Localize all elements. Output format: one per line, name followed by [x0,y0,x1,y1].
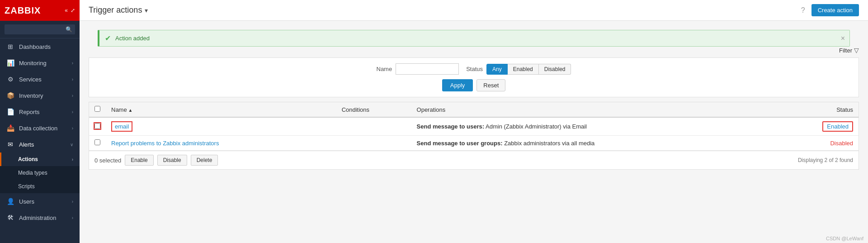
row2-conditions-cell [336,136,411,151]
search-wrap: 🔍 [5,24,75,34]
row1-status-badge[interactable]: Enabled [822,121,853,132]
delete-button[interactable]: Delete [191,155,218,166]
sidebar: ZABBIX « ⤢ 🔍 ⊞ Dashboards 📊 Monitoring ›… [0,0,80,243]
operations-col-label: Operations [417,106,446,113]
row1-operations-cell: Send message to users: Admin (Zabbix Adm… [411,117,778,136]
status-enabled-button[interactable]: Enabled [508,64,539,75]
actions-table-container: Name Conditions Operations Status [89,102,859,170]
sidebar-item-actions[interactable]: Actions › [0,152,80,166]
sidebar-item-monitoring[interactable]: 📊 Monitoring › [0,55,80,71]
help-icon[interactable]: ? [801,6,805,14]
inventory-icon: 📦 [6,92,14,99]
services-icon: ⚙ [6,76,14,83]
sidebar-item-administration[interactable]: 🛠 Administration › [0,210,80,226]
table-header-row: Name Conditions Operations Status [89,102,859,117]
search-icon: 🔍 [66,26,72,33]
row2-name-link[interactable]: Report problems to Zabbix administrators [111,140,219,147]
conditions-col-label: Conditions [342,106,369,113]
filter-actions: Apply Reset [98,79,849,91]
sidebar-label-alerts: Alerts [19,141,34,148]
sidebar-item-users[interactable]: 👤 Users › [0,193,80,210]
count-text: Displaying 2 of 2 found [798,157,853,163]
row1-checkbox-cell [89,117,106,136]
status-disabled-button[interactable]: Disabled [539,64,571,75]
sidebar-item-media-types[interactable]: Media types [0,166,80,180]
sidebar-item-scripts[interactable]: Scripts [0,180,80,193]
media-types-label: Media types [18,170,47,176]
users-arrow: › [72,199,73,204]
sidebar-label-data-collection: Data collection [19,125,57,132]
expand-icon[interactable]: ⤢ [71,7,75,14]
alert-close-button[interactable]: × [841,34,845,43]
alerts-icon: ✉ [6,141,14,148]
sidebar-label-services: Services [19,76,42,83]
status-filter-group: Status Any Enabled Disabled [466,64,571,75]
name-filter-input[interactable] [396,63,459,75]
sidebar-nav: ⊞ Dashboards 📊 Monitoring › ⚙ Services ›… [0,38,80,243]
header-checkbox-col [89,102,106,117]
table-row: Report problems to Zabbix administrators… [89,136,859,151]
sidebar-label-inventory: Inventory [19,92,43,99]
footer-left: 0 selected Enable Disable Delete [94,155,218,166]
title-dropdown-arrow[interactable]: ▾ [145,7,148,14]
header-operations[interactable]: Operations [411,102,778,117]
watermark: CSDN @LeWanf [826,236,863,241]
sidebar-item-inventory[interactable]: 📦 Inventory › [0,87,80,104]
header-conditions[interactable]: Conditions [336,102,411,117]
actions-label: Actions [18,156,38,162]
collapse-icon[interactable]: « [65,7,68,14]
footer-right: Displaying 2 of 2 found [798,157,853,163]
filter-header: Filter ▽ [89,47,859,54]
name-filter-label: Name [377,66,392,72]
administration-icon: 🛠 [6,214,14,221]
sidebar-item-data-collection[interactable]: 📥 Data collection › [0,120,80,136]
scripts-label: Scripts [18,183,35,190]
filter-row-1: Name Status Any Enabled Disabled [98,63,849,75]
row1-operations-text: Send message to users: Admin (Zabbix Adm… [417,123,587,130]
disable-button[interactable]: Disable [157,155,187,166]
sidebar-item-dashboards[interactable]: ⊞ Dashboards [0,38,80,55]
sidebar-item-reports[interactable]: 📄 Reports › [0,104,80,120]
row1-name-link[interactable]: email [111,121,132,132]
data-collection-arrow: › [72,126,73,131]
select-all-checkbox[interactable] [94,106,100,112]
sidebar-item-services[interactable]: ⚙ Services › [0,71,80,87]
reset-button[interactable]: Reset [476,79,505,91]
row2-checkbox[interactable] [94,139,100,145]
header-name[interactable]: Name [106,102,336,117]
row2-status-cell: Disabled [778,136,859,151]
row2-status-badge[interactable]: Disabled [830,140,853,147]
enable-button[interactable]: Enable [125,155,153,166]
header-status[interactable]: Status [778,102,859,117]
row2-ops-value: Zabbix administrators via all media [504,140,594,147]
sidebar-label-users: Users [19,198,34,205]
apply-button[interactable]: Apply [442,79,473,91]
status-filter-label: Status [466,66,483,72]
sidebar-item-alerts[interactable]: ✉ Alerts ∨ [0,136,80,152]
table-header: Name Conditions Operations Status [89,102,859,117]
monitoring-arrow: › [72,61,73,66]
row1-ops-value: Admin (Zabbix Administrator) via Email [486,123,587,130]
alert-banner: ✔ Action added × [98,30,850,47]
alert-success-icon: ✔ [105,34,111,43]
name-filter-field: Name [377,63,459,75]
page-title: Trigger actions [89,5,142,15]
row2-checkbox-cell [89,136,106,151]
sidebar-header: ZABBIX « ⤢ [0,0,80,21]
create-action-button[interactable]: Create action [811,4,859,16]
services-arrow: › [72,77,73,82]
actions-table: Name Conditions Operations Status [89,102,859,151]
page-title-container: Trigger actions ▾ [89,5,148,15]
filter-label-text: Filter [839,47,852,54]
name-col-label: Name [111,106,132,113]
search-input[interactable] [5,24,75,34]
status-any-button[interactable]: Any [486,64,508,75]
row1-checkbox[interactable] [94,123,100,129]
row2-ops-label: Send message to user groups: [417,140,503,147]
main-content: Trigger actions ▾ ? Create action ✔ Acti… [80,0,868,243]
filter-toggle[interactable]: Filter ▽ [839,47,859,54]
content-area: ✔ Action added × Filter ▽ Name Status An… [80,21,868,243]
sidebar-label-reports: Reports [19,109,40,115]
actions-sub-arrow: › [72,157,73,162]
filter-icon: ▽ [854,47,859,54]
